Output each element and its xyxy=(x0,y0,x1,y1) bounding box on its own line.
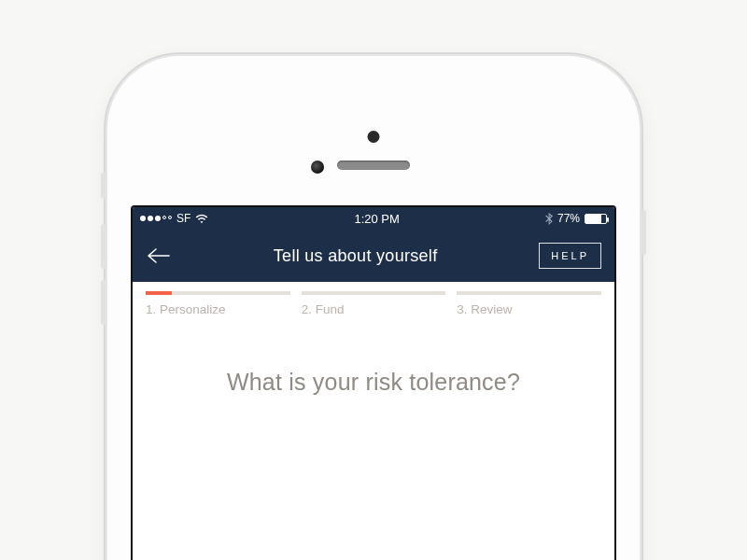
arrow-left-icon xyxy=(147,247,171,264)
signal-dots-icon xyxy=(140,216,172,221)
nav-header: Tell us about yourself HELP xyxy=(133,230,614,282)
help-button[interactable]: HELP xyxy=(539,243,601,269)
battery-icon xyxy=(585,214,607,224)
bluetooth-icon xyxy=(545,213,553,225)
front-camera xyxy=(311,161,324,174)
power-button xyxy=(641,210,646,255)
mute-switch xyxy=(101,173,106,199)
page-title: Tell us about yourself xyxy=(274,246,438,266)
volume-up-button xyxy=(101,224,106,269)
step-fund: 2. Fund xyxy=(302,291,446,316)
screen: SF 1:20 PM 77% Tel xyxy=(131,205,616,560)
back-button[interactable] xyxy=(146,243,172,269)
step-label: 1. Personalize xyxy=(146,302,290,316)
progress-steps: 1. Personalize 2. Fund 3. Review xyxy=(133,282,614,316)
question-text: What is your risk tolerance? xyxy=(161,369,586,396)
step-review: 3. Review xyxy=(457,291,601,316)
status-bar: SF 1:20 PM 77% xyxy=(133,207,614,230)
battery-percent: 77% xyxy=(557,212,580,225)
wifi-icon xyxy=(195,214,208,224)
step-personalize: 1. Personalize xyxy=(146,291,290,316)
carrier-label: SF xyxy=(176,212,190,225)
phone-frame: SF 1:20 PM 77% Tel xyxy=(107,56,640,560)
step-label: 3. Review xyxy=(457,302,601,316)
volume-down-button xyxy=(101,280,106,325)
question-area: What is your risk tolerance? xyxy=(133,316,614,396)
step-label: 2. Fund xyxy=(302,302,446,316)
battery-fill xyxy=(585,215,601,223)
proximity-sensor xyxy=(368,131,380,143)
clock: 1:20 PM xyxy=(214,212,540,226)
earpiece-speaker xyxy=(337,161,410,170)
